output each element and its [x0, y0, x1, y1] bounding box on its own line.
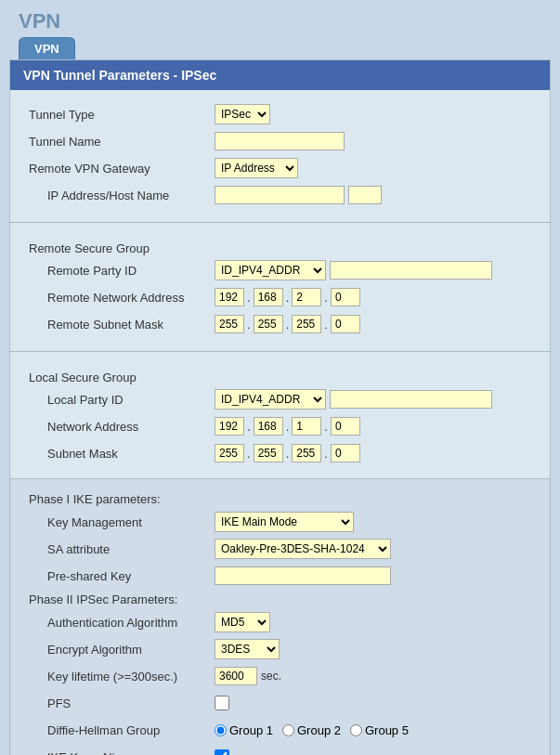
remote-mask-oct4[interactable]	[331, 315, 360, 333]
auth-algorithm-select[interactable]: MD5 SHA1	[215, 612, 270, 632]
local-mask-oct1[interactable]	[215, 444, 244, 462]
group5-label: Group 5	[365, 723, 409, 737]
group2-label: Group 2	[297, 723, 341, 737]
remote-mask-oct1[interactable]	[215, 315, 244, 333]
dot5: .	[284, 318, 292, 332]
local-mask-oct3[interactable]	[292, 444, 321, 462]
dot10: .	[245, 447, 253, 461]
dot1: .	[245, 291, 253, 305]
remote-net-oct4[interactable]	[331, 288, 360, 306]
dot8: .	[284, 420, 292, 434]
local-net-oct2[interactable]	[254, 417, 283, 436]
tunnel-name-input[interactable]	[215, 132, 345, 150]
phase1-label: Phase I IKE parameters:	[29, 492, 531, 506]
ip-address-extra[interactable]	[348, 186, 382, 204]
dot11: .	[284, 447, 292, 461]
diffie-hellman-label: Diffie-Hellman Group	[29, 723, 215, 737]
remote-party-id-label: Remote Party ID	[29, 264, 215, 278]
key-lifetime-label: Key lifetime (>=300sec.)	[29, 670, 215, 683]
encrypt-algorithm-label: Encrypt Algorithm	[29, 643, 215, 657]
pre-shared-key-label: Pre-shared Key	[29, 569, 215, 583]
local-mask-oct4[interactable]	[331, 444, 360, 462]
key-management-label: Key Management	[29, 515, 215, 529]
subnet-mask-label: Subnet Mask	[29, 447, 215, 461]
remote-party-id-input[interactable]	[330, 261, 492, 280]
panel-title: VPN Tunnel Parameters - IPSec	[10, 60, 550, 90]
ike-keep-alive-label: IKE Keep Alive	[29, 750, 215, 756]
auth-algorithm-label: Authentication Algorithm	[29, 616, 215, 630]
group2-radio[interactable]	[282, 724, 294, 736]
pfs-checkbox[interactable]	[215, 696, 229, 710]
dot4: .	[245, 318, 253, 332]
group1-label: Group 1	[229, 723, 273, 737]
local-net-oct1[interactable]	[215, 417, 244, 436]
tunnel-name-label: Tunnel Name	[29, 135, 215, 149]
remote-net-oct3[interactable]	[292, 288, 321, 306]
ip-address-label: IP Address/Host Name	[29, 189, 215, 202]
local-net-oct3[interactable]	[292, 417, 321, 436]
group5-radio-label[interactable]: Group 5	[350, 723, 409, 737]
sa-attribute-label: SA attribute	[29, 542, 215, 556]
remote-vpn-gw-select[interactable]: IP Address	[215, 158, 298, 178]
tab-vpn[interactable]: VPN	[19, 37, 75, 59]
remote-secure-group-heading: Remote Secure Group	[29, 241, 531, 255]
dot3: .	[322, 291, 330, 305]
remote-net-oct2[interactable]	[254, 288, 283, 306]
network-address-label: Network Address	[29, 420, 215, 434]
encrypt-algorithm-select[interactable]: 3DES AES DES	[215, 639, 280, 659]
local-net-oct4[interactable]	[331, 417, 360, 436]
group5-radio[interactable]	[350, 724, 362, 736]
dot12: .	[322, 447, 330, 461]
remote-mask-oct2[interactable]	[254, 315, 283, 333]
remote-net-oct1[interactable]	[215, 288, 244, 306]
dot6: .	[322, 318, 330, 332]
ip-address-input[interactable]	[215, 186, 345, 204]
local-mask-oct2[interactable]	[254, 444, 283, 462]
local-party-id-select[interactable]: ID_IPV4_ADDR	[215, 389, 326, 410]
pre-shared-key-input[interactable]	[215, 566, 391, 585]
phase2-label: Phase II IPSec Parameters:	[29, 592, 531, 606]
dot9: .	[322, 420, 330, 434]
local-secure-group-heading: Local Secure Group	[29, 371, 531, 384]
sa-attribute-select[interactable]: Oakley-Pre-3DES-SHA-1024	[215, 539, 391, 559]
local-party-id-input[interactable]	[330, 390, 492, 409]
tunnel-type-select[interactable]: IPSec	[215, 104, 270, 124]
dot2: .	[284, 291, 292, 305]
key-lifetime-input[interactable]	[215, 667, 257, 685]
remote-subnet-mask-label: Remote Subnet Mask	[29, 318, 215, 332]
key-management-select[interactable]: IKE Main Mode	[215, 512, 354, 532]
remote-network-address-label: Remote Network Address	[29, 291, 215, 305]
remote-vpn-gw-label: Remote VPN Gateway	[29, 162, 215, 176]
ike-keep-alive-checkbox[interactable]	[215, 749, 229, 755]
pfs-label: PFS	[29, 696, 215, 710]
group1-radio[interactable]	[215, 724, 227, 736]
group2-radio-label[interactable]: Group 2	[282, 723, 341, 737]
dot7: .	[245, 420, 253, 434]
remote-mask-oct3[interactable]	[292, 315, 321, 333]
sec-label: sec.	[261, 670, 281, 683]
local-party-id-label: Local Party ID	[29, 393, 215, 407]
group1-radio-label[interactable]: Group 1	[215, 723, 273, 737]
tunnel-type-label: Tunnel Type	[29, 108, 215, 122]
remote-party-id-select[interactable]: ID_IPV4_ADDR	[215, 260, 326, 280]
page-title: VPN	[19, 9, 541, 33]
